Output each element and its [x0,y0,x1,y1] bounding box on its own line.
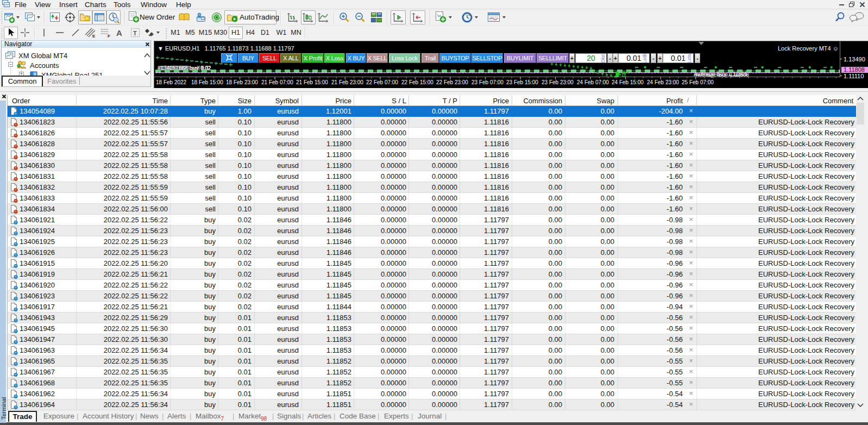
svg-text:E: E [92,34,96,38]
svg-text:F: F [108,34,110,38]
svg-text:T: T [133,30,137,36]
